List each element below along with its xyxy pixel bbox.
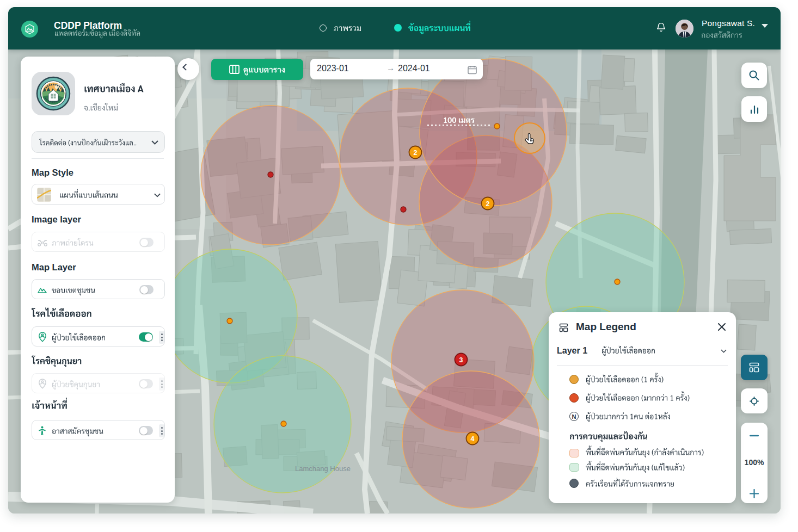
- svg-text:4: 4: [471, 435, 475, 443]
- svg-text:3: 3: [459, 356, 463, 364]
- svg-text:Lamchang House: Lamchang House: [295, 465, 351, 473]
- svg-text:2: 2: [414, 149, 418, 157]
- svg-text:2: 2: [486, 200, 490, 208]
